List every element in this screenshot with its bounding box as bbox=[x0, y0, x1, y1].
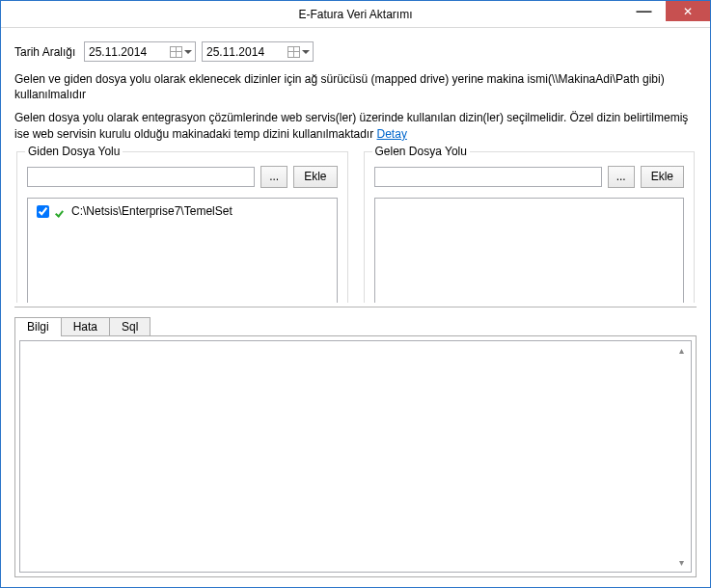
incoming-title: Gelen Dosya Yolu bbox=[372, 145, 470, 158]
log-textarea[interactable]: ▴ ▾ bbox=[19, 340, 692, 574]
tab-bilgi[interactable]: Bilgi bbox=[14, 317, 62, 336]
outgoing-browse-button[interactable]: ... bbox=[260, 166, 287, 188]
app-window: E-Fatura Veri Aktarımı — ✕ Tarih Aralığı… bbox=[0, 0, 711, 588]
outgoing-group: Giden Dosya Yolu ... Ekle C:\Netsis\Ente… bbox=[16, 151, 348, 303]
date-from-picker[interactable] bbox=[84, 41, 196, 62]
info-text-2: Gelen dosya yolu olarak entegrasyon çözü… bbox=[14, 111, 688, 140]
incoming-group: Gelen Dosya Yolu ... Ekle bbox=[364, 151, 696, 303]
scroll-up-icon[interactable]: ▴ bbox=[674, 343, 689, 358]
outgoing-list[interactable]: C:\Netsis\Enterprise7\TemelSet bbox=[27, 198, 338, 303]
calendar-icon[interactable] bbox=[287, 46, 310, 58]
date-to-input[interactable] bbox=[206, 45, 282, 59]
outgoing-path-input[interactable] bbox=[27, 167, 255, 187]
minimize-button[interactable]: — bbox=[622, 1, 666, 21]
incoming-browse-button[interactable]: ... bbox=[608, 166, 635, 188]
incoming-list[interactable] bbox=[374, 198, 685, 303]
outgoing-title: Giden Dosya Yolu bbox=[25, 145, 123, 158]
list-item[interactable]: C:\Netsis\Enterprise7\TemelSet bbox=[33, 202, 332, 221]
window-controls: — ✕ bbox=[622, 1, 710, 21]
info-text-1: Gelen ve giden dosya yolu olarak eklenec… bbox=[14, 71, 697, 102]
tab-strip: Bilgi Hata Sql bbox=[14, 317, 697, 335]
item-checkbox[interactable] bbox=[37, 205, 49, 218]
log-tabs-area: Bilgi Hata Sql ▴ ▾ bbox=[14, 317, 697, 578]
calendar-icon[interactable] bbox=[170, 46, 192, 58]
date-range-row: Tarih Aralığı bbox=[14, 41, 697, 62]
scroll-down-icon[interactable]: ▾ bbox=[674, 555, 689, 570]
tab-panel: ▴ ▾ bbox=[14, 335, 697, 578]
titlebar: E-Fatura Veri Aktarımı — ✕ bbox=[1, 1, 710, 28]
check-icon bbox=[56, 206, 68, 216]
close-button[interactable]: ✕ bbox=[666, 1, 710, 21]
tab-sql[interactable]: Sql bbox=[109, 317, 150, 335]
tab-hata[interactable]: Hata bbox=[61, 317, 110, 335]
folder-groups: Giden Dosya Yolu ... Ekle C:\Netsis\Ente… bbox=[14, 151, 697, 303]
divider bbox=[14, 307, 697, 307]
date-range-label: Tarih Aralığı bbox=[14, 45, 78, 59]
date-from-input[interactable] bbox=[89, 45, 164, 59]
detail-link[interactable]: Detay bbox=[377, 127, 407, 141]
incoming-path-input[interactable] bbox=[374, 167, 602, 187]
info-text-2-container: Gelen dosya yolu olarak entegrasyon çözü… bbox=[14, 110, 697, 141]
window-title: E-Fatura Veri Aktarımı bbox=[1, 8, 710, 21]
outgoing-add-button[interactable]: Ekle bbox=[293, 166, 337, 188]
incoming-add-button[interactable]: Ekle bbox=[641, 166, 684, 188]
item-path: C:\Netsis\Enterprise7\TemelSet bbox=[71, 203, 232, 220]
date-to-picker[interactable] bbox=[202, 41, 314, 62]
